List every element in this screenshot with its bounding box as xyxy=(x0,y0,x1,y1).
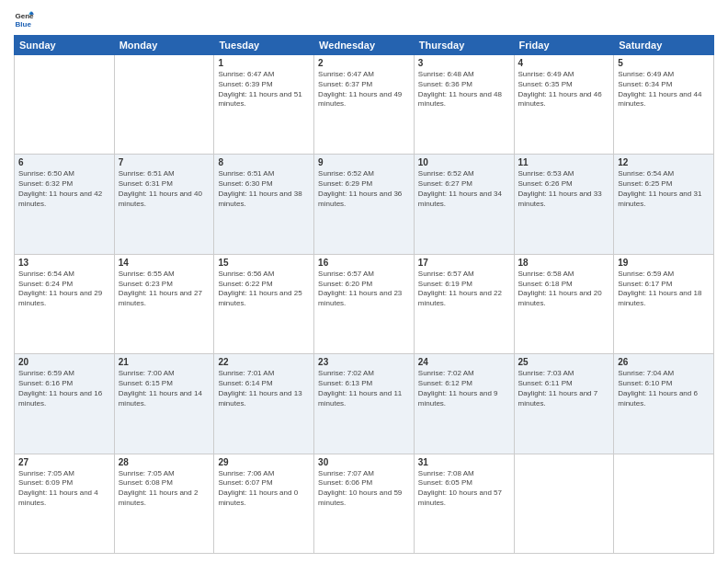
calendar-cell: 2Sunrise: 6:47 AMSunset: 6:37 PMDaylight… xyxy=(314,55,415,155)
cell-content: Sunrise: 6:59 AMSunset: 6:17 PMDaylight:… xyxy=(618,270,710,309)
day-number: 23 xyxy=(318,357,410,367)
cell-content: Sunrise: 7:05 AMSunset: 6:09 PMDaylight:… xyxy=(18,469,110,509)
logo: General Blue xyxy=(14,9,34,29)
day-number: 27 xyxy=(18,457,110,467)
calendar-cell xyxy=(514,454,614,553)
day-number: 30 xyxy=(318,457,410,467)
cell-content: Sunrise: 7:07 AMSunset: 6:06 PMDaylight:… xyxy=(318,469,410,509)
day-number: 9 xyxy=(318,157,410,167)
calendar-cell: 9Sunrise: 6:52 AMSunset: 6:29 PMDaylight… xyxy=(314,155,415,254)
day-number: 5 xyxy=(618,58,710,68)
day-number: 6 xyxy=(18,157,110,167)
cell-content: Sunrise: 6:50 AMSunset: 6:32 PMDaylight:… xyxy=(18,169,110,209)
calendar-cell: 19Sunrise: 6:59 AMSunset: 6:17 PMDayligh… xyxy=(614,254,714,353)
calendar-cell: 3Sunrise: 6:48 AMSunset: 6:36 PMDaylight… xyxy=(414,55,514,155)
day-number: 31 xyxy=(418,457,510,467)
weekday-header: Saturday xyxy=(614,36,714,55)
calendar-cell: 23Sunrise: 7:02 AMSunset: 6:13 PMDayligh… xyxy=(314,354,415,454)
cell-content: Sunrise: 6:52 AMSunset: 6:27 PMDaylight:… xyxy=(418,169,510,209)
calendar-page: General Blue SundayMondayTuesdayWednesda… xyxy=(0,0,728,563)
weekday-header: Monday xyxy=(114,36,214,55)
calendar-cell: 10Sunrise: 6:52 AMSunset: 6:27 PMDayligh… xyxy=(414,155,514,254)
weekday-header: Thursday xyxy=(414,36,514,55)
day-number: 13 xyxy=(18,258,110,268)
day-number: 11 xyxy=(518,157,610,167)
weekday-header: Sunday xyxy=(15,36,115,55)
day-number: 1 xyxy=(218,58,310,68)
calendar-cell: 7Sunrise: 6:51 AMSunset: 6:31 PMDaylight… xyxy=(114,155,214,254)
cell-content: Sunrise: 6:57 AMSunset: 6:19 PMDaylight:… xyxy=(418,270,510,309)
day-number: 7 xyxy=(119,157,210,167)
cell-content: Sunrise: 6:47 AMSunset: 6:37 PMDaylight:… xyxy=(318,70,410,109)
cell-content: Sunrise: 7:08 AMSunset: 6:05 PMDaylight:… xyxy=(418,469,510,509)
calendar-cell: 12Sunrise: 6:54 AMSunset: 6:25 PMDayligh… xyxy=(614,155,714,254)
cell-content: Sunrise: 7:04 AMSunset: 6:10 PMDaylight:… xyxy=(618,369,710,408)
calendar-cell: 30Sunrise: 7:07 AMSunset: 6:06 PMDayligh… xyxy=(314,454,415,553)
cell-content: Sunrise: 7:05 AMSunset: 6:08 PMDaylight:… xyxy=(119,469,210,509)
calendar-week-row: 20Sunrise: 6:59 AMSunset: 6:16 PMDayligh… xyxy=(15,354,714,454)
day-number: 28 xyxy=(119,457,210,467)
calendar-cell: 6Sunrise: 6:50 AMSunset: 6:32 PMDaylight… xyxy=(15,155,115,254)
calendar-cell: 20Sunrise: 6:59 AMSunset: 6:16 PMDayligh… xyxy=(15,354,115,454)
calendar-cell: 4Sunrise: 6:49 AMSunset: 6:35 PMDaylight… xyxy=(514,55,614,155)
calendar-cell xyxy=(614,454,714,553)
cell-content: Sunrise: 6:54 AMSunset: 6:25 PMDaylight:… xyxy=(618,169,710,209)
weekday-header: Wednesday xyxy=(314,36,415,55)
svg-text:Blue: Blue xyxy=(15,20,31,29)
calendar-cell: 5Sunrise: 6:49 AMSunset: 6:34 PMDaylight… xyxy=(614,55,714,155)
cell-content: Sunrise: 6:51 AMSunset: 6:31 PMDaylight:… xyxy=(119,169,210,209)
cell-content: Sunrise: 6:59 AMSunset: 6:16 PMDaylight:… xyxy=(18,369,110,408)
day-number: 15 xyxy=(218,258,310,268)
cell-content: Sunrise: 6:53 AMSunset: 6:26 PMDaylight:… xyxy=(518,169,610,209)
page-header: General Blue xyxy=(14,9,714,29)
cell-content: Sunrise: 6:56 AMSunset: 6:22 PMDaylight:… xyxy=(218,270,310,309)
day-number: 4 xyxy=(518,58,610,68)
calendar-cell: 17Sunrise: 6:57 AMSunset: 6:19 PMDayligh… xyxy=(414,254,514,353)
cell-content: Sunrise: 7:00 AMSunset: 6:15 PMDaylight:… xyxy=(119,369,210,408)
cell-content: Sunrise: 6:55 AMSunset: 6:23 PMDaylight:… xyxy=(119,270,210,309)
cell-content: Sunrise: 7:03 AMSunset: 6:11 PMDaylight:… xyxy=(518,369,610,408)
weekday-header: Tuesday xyxy=(214,36,314,55)
day-number: 22 xyxy=(218,357,310,367)
calendar-cell: 21Sunrise: 7:00 AMSunset: 6:15 PMDayligh… xyxy=(114,354,214,454)
calendar-cell: 31Sunrise: 7:08 AMSunset: 6:05 PMDayligh… xyxy=(414,454,514,553)
calendar-cell: 25Sunrise: 7:03 AMSunset: 6:11 PMDayligh… xyxy=(514,354,614,454)
day-number: 12 xyxy=(618,157,710,167)
cell-content: Sunrise: 6:52 AMSunset: 6:29 PMDaylight:… xyxy=(318,169,410,209)
cell-content: Sunrise: 7:02 AMSunset: 6:13 PMDaylight:… xyxy=(318,369,410,408)
day-number: 18 xyxy=(518,258,610,268)
cell-content: Sunrise: 6:48 AMSunset: 6:36 PMDaylight:… xyxy=(418,70,510,109)
cell-content: Sunrise: 6:54 AMSunset: 6:24 PMDaylight:… xyxy=(18,270,110,309)
calendar-cell: 11Sunrise: 6:53 AMSunset: 6:26 PMDayligh… xyxy=(514,155,614,254)
day-number: 3 xyxy=(418,58,510,68)
day-number: 14 xyxy=(119,258,210,268)
cell-content: Sunrise: 6:58 AMSunset: 6:18 PMDaylight:… xyxy=(518,270,610,309)
day-number: 20 xyxy=(18,357,110,367)
calendar-week-row: 6Sunrise: 6:50 AMSunset: 6:32 PMDaylight… xyxy=(15,155,714,254)
logo-icon: General Blue xyxy=(14,9,34,29)
day-number: 25 xyxy=(518,357,610,367)
calendar-week-row: 27Sunrise: 7:05 AMSunset: 6:09 PMDayligh… xyxy=(15,454,714,553)
cell-content: Sunrise: 6:49 AMSunset: 6:34 PMDaylight:… xyxy=(618,70,710,109)
calendar-week-row: 1Sunrise: 6:47 AMSunset: 6:39 PMDaylight… xyxy=(15,55,714,155)
calendar-week-row: 13Sunrise: 6:54 AMSunset: 6:24 PMDayligh… xyxy=(15,254,714,353)
cell-content: Sunrise: 6:51 AMSunset: 6:30 PMDaylight:… xyxy=(218,169,310,209)
cell-content: Sunrise: 7:02 AMSunset: 6:12 PMDaylight:… xyxy=(418,369,510,408)
day-number: 19 xyxy=(618,258,710,268)
calendar-cell: 16Sunrise: 6:57 AMSunset: 6:20 PMDayligh… xyxy=(314,254,415,353)
cell-content: Sunrise: 6:47 AMSunset: 6:39 PMDaylight:… xyxy=(218,70,310,109)
calendar-cell: 18Sunrise: 6:58 AMSunset: 6:18 PMDayligh… xyxy=(514,254,614,353)
calendar-cell: 29Sunrise: 7:06 AMSunset: 6:07 PMDayligh… xyxy=(214,454,314,553)
day-number: 24 xyxy=(418,357,510,367)
cell-content: Sunrise: 6:49 AMSunset: 6:35 PMDaylight:… xyxy=(518,70,610,109)
calendar-cell: 27Sunrise: 7:05 AMSunset: 6:09 PMDayligh… xyxy=(15,454,115,553)
calendar-cell: 24Sunrise: 7:02 AMSunset: 6:12 PMDayligh… xyxy=(414,354,514,454)
weekday-header: Friday xyxy=(514,36,614,55)
cell-content: Sunrise: 7:01 AMSunset: 6:14 PMDaylight:… xyxy=(218,369,310,408)
day-number: 16 xyxy=(318,258,410,268)
day-number: 10 xyxy=(418,157,510,167)
cell-content: Sunrise: 6:57 AMSunset: 6:20 PMDaylight:… xyxy=(318,270,410,309)
calendar-cell: 8Sunrise: 6:51 AMSunset: 6:30 PMDaylight… xyxy=(214,155,314,254)
day-number: 2 xyxy=(318,58,410,68)
calendar-cell: 28Sunrise: 7:05 AMSunset: 6:08 PMDayligh… xyxy=(114,454,214,553)
